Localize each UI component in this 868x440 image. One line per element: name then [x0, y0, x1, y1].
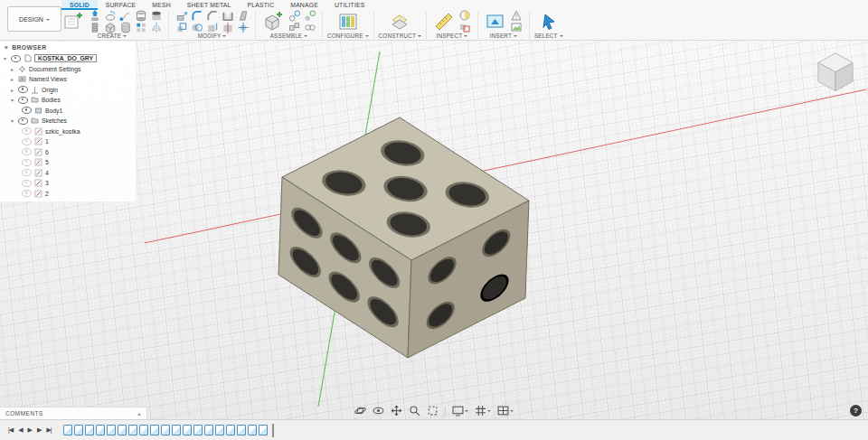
- timeline-sketch-feature-icon[interactable]: [259, 425, 268, 435]
- visibility-eye-off-icon[interactable]: [22, 169, 32, 176]
- browser-row-sketch[interactable]: 1: [0, 136, 136, 147]
- dice-model[interactable]: [278, 117, 529, 358]
- expander-closed-icon[interactable]: ▸: [9, 66, 15, 72]
- expander-open-icon[interactable]: ▾: [2, 55, 8, 61]
- create-group-label[interactable]: CREATE: [98, 32, 127, 39]
- extrude-icon[interactable]: [87, 10, 102, 22]
- new-component-icon[interactable]: [260, 11, 286, 32]
- browser-row-sketch[interactable]: 5: [0, 157, 136, 168]
- insert-icon[interactable]: [483, 11, 508, 32]
- help-button[interactable]: ?: [850, 405, 862, 417]
- expander-open-icon[interactable]: ▾: [9, 117, 15, 124]
- timeline-step-back-button[interactable]: ◀: [15, 426, 24, 434]
- tab-sheet-metal[interactable]: SHEET METAL: [179, 0, 240, 10]
- tab-plastic[interactable]: PLASTIC: [240, 0, 283, 10]
- timeline-sketch-feature-icon[interactable]: [107, 425, 116, 435]
- browser-row-named-views[interactable]: ▸ Named Views: [0, 74, 136, 85]
- inspect-group-label[interactable]: INSPECT: [437, 32, 468, 39]
- assemble-group-label[interactable]: ASSEMBLE: [270, 32, 308, 39]
- visibility-eye-icon[interactable]: [18, 97, 28, 104]
- visibility-eye-icon[interactable]: [18, 117, 28, 125]
- sweep-icon[interactable]: [118, 10, 133, 22]
- tab-surface[interactable]: SURFACE: [98, 0, 145, 10]
- browser-row-sketch[interactable]: 2: [0, 189, 136, 200]
- fillet-icon[interactable]: [189, 10, 204, 22]
- revolve-icon[interactable]: [102, 10, 118, 22]
- timeline-sketch-feature-icon[interactable]: [74, 425, 83, 435]
- viewports-icon[interactable]: [495, 404, 515, 417]
- timeline-sketch-feature-icon[interactable]: [237, 425, 246, 435]
- tab-manage[interactable]: MANAGE: [282, 0, 326, 10]
- expand-up-icon[interactable]: ▴: [137, 410, 141, 417]
- visibility-eye-off-icon[interactable]: [22, 190, 32, 197]
- fit-view-icon[interactable]: [425, 404, 440, 417]
- select-group-label[interactable]: SELECT: [534, 32, 563, 39]
- timeline-sketch-feature-icon[interactable]: [128, 425, 137, 435]
- timeline-go-to-start-button[interactable]: |◀: [5, 426, 15, 434]
- select-cursor-icon[interactable]: [536, 11, 561, 32]
- timeline-sketch-feature-icon[interactable]: [85, 425, 94, 435]
- timeline-sketch-feature-icon[interactable]: [118, 425, 127, 435]
- zoom-icon[interactable]: [407, 404, 422, 417]
- visibility-eye-icon[interactable]: [11, 55, 21, 62]
- visibility-eye-off-icon[interactable]: [22, 138, 32, 145]
- browser-row-sketches[interactable]: ▾ Sketches: [0, 116, 136, 126]
- press-pull-icon[interactable]: [174, 10, 189, 22]
- hole-icon[interactable]: [148, 10, 164, 22]
- timeline-sketch-feature-icon[interactable]: [63, 425, 72, 435]
- browser-row-sketch[interactable]: 3: [0, 178, 136, 189]
- mirror-icon[interactable]: [148, 22, 164, 33]
- timeline-sketch-feature-icon[interactable]: [172, 425, 181, 435]
- visibility-eye-icon[interactable]: [18, 86, 28, 93]
- timeline-sketch-feature-icon[interactable]: [248, 425, 257, 435]
- timeline-position-marker[interactable]: [272, 424, 274, 437]
- grid-snaps-icon[interactable]: [473, 404, 493, 417]
- draft-icon[interactable]: [235, 10, 250, 22]
- modify-group-label[interactable]: MODIFY: [198, 32, 227, 39]
- browser-row-sketch[interactable]: 4: [0, 168, 136, 179]
- orbit-icon[interactable]: [353, 404, 368, 417]
- configure-icon[interactable]: [335, 11, 361, 32]
- comments-bar[interactable]: COMMENTS ▴: [0, 407, 147, 420]
- expander-closed-icon[interactable]: ▸: [9, 76, 15, 82]
- tab-mesh[interactable]: MESH: [144, 0, 178, 10]
- browser-row-document-settings[interactable]: ▸ Document Settings: [0, 64, 136, 75]
- section-analysis-icon[interactable]: [458, 10, 473, 22]
- look-at-icon[interactable]: [371, 404, 386, 417]
- timeline-sketch-feature-icon[interactable]: [150, 425, 159, 435]
- timeline-sketch-feature-icon[interactable]: [204, 425, 213, 435]
- measure-icon[interactable]: [431, 11, 457, 32]
- visibility-eye-off-icon[interactable]: [22, 159, 32, 166]
- timeline-play-button[interactable]: ▶: [25, 426, 34, 434]
- configure-group-label[interactable]: CONFIGURE: [327, 32, 369, 39]
- timeline-sketch-feature-icon[interactable]: [193, 425, 203, 435]
- visibility-eye-off-icon[interactable]: [22, 180, 32, 187]
- expander-open-icon[interactable]: ▾: [9, 97, 15, 103]
- pan-icon[interactable]: [389, 404, 404, 417]
- timeline-sketch-feature-icon[interactable]: [183, 425, 192, 435]
- construct-plane-icon[interactable]: [387, 11, 412, 32]
- joint-icon[interactable]: [287, 10, 302, 22]
- timeline-sketch-feature-icon[interactable]: [226, 425, 235, 435]
- expander-closed-icon[interactable]: ▸: [9, 87, 15, 93]
- shell-icon[interactable]: [220, 10, 235, 22]
- create-sketch-icon[interactable]: [61, 11, 86, 32]
- tab-utilities[interactable]: UTILITIES: [326, 0, 373, 10]
- browser-header[interactable]: « BROWSER: [0, 42, 136, 53]
- browser-row-sketch[interactable]: szkic_kostka: [0, 126, 136, 137]
- timeline-sketch-feature-icon[interactable]: [139, 425, 148, 435]
- construct-group-label[interactable]: CONSTRUCT: [379, 32, 421, 39]
- browser-row-bodies[interactable]: ▾ Bodies: [0, 95, 136, 106]
- display-settings-icon[interactable]: [450, 404, 470, 417]
- timeline-go-to-end-button[interactable]: ▶|: [43, 426, 53, 434]
- collapse-panel-icon[interactable]: «: [5, 44, 8, 51]
- pattern-icon[interactable]: [133, 22, 148, 33]
- timeline-sketch-feature-icon[interactable]: [96, 425, 105, 435]
- loft-icon[interactable]: [133, 10, 148, 22]
- insert-group-label[interactable]: INSERT: [490, 32, 517, 39]
- timeline-sketch-feature-icon[interactable]: [215, 425, 224, 435]
- visibility-eye-icon[interactable]: [22, 107, 32, 114]
- browser-row-body1[interactable]: Body1: [0, 106, 136, 117]
- timeline-step-forward-button[interactable]: ▶: [34, 426, 43, 434]
- root-document-label[interactable]: KOSTKA_DO_GRY: [34, 54, 97, 62]
